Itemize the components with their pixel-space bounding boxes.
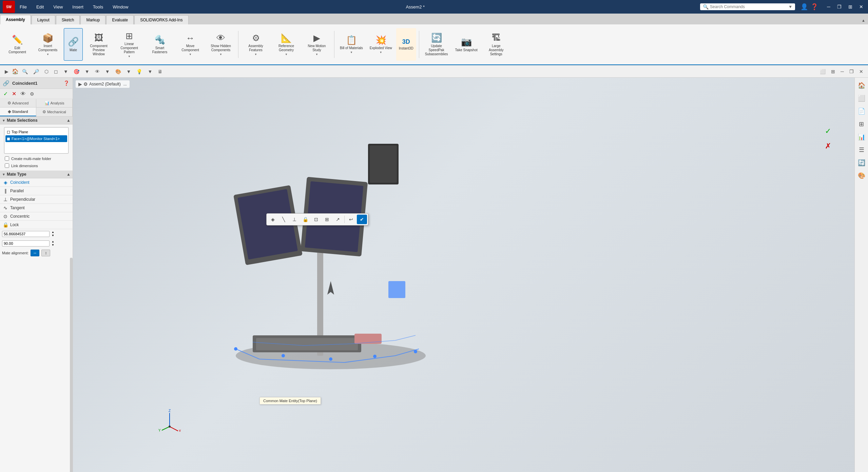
tab-standard[interactable]: ◈ Standard	[0, 107, 36, 116]
mate-type-coincident[interactable]: ◈ Coincident	[0, 178, 73, 187]
mate-tool-ok[interactable]: ✔	[357, 215, 367, 224]
tab-sketch[interactable]: Sketch	[56, 15, 80, 24]
mate-tool-angle[interactable]: ↗	[333, 215, 343, 224]
ribbon-exploded-view[interactable]: 💥 Exploded View ▼	[367, 28, 395, 61]
reject-button[interactable]: ✕	[11, 90, 18, 98]
confirm-reject-button[interactable]: ✗	[822, 140, 834, 152]
right-home-icon[interactable]: 🏠	[856, 80, 867, 91]
linear-component-pattern-dropdown[interactable]: ▼	[128, 55, 131, 58]
mate-type-collapse[interactable]: ▲	[66, 172, 71, 177]
ribbon-new-motion-study[interactable]: ▶ New Motion Study ▼	[302, 28, 331, 61]
ribbon-instant3d[interactable]: 3D Instant3D	[396, 28, 416, 61]
display-style-button[interactable]: 🎯	[72, 68, 81, 75]
mate-tool-lock[interactable]: 🔒	[300, 215, 310, 224]
exploded-view-dropdown[interactable]: ▼	[380, 51, 382, 54]
mate-type-tangent[interactable]: ∿ Tangent	[0, 204, 73, 212]
menu-edit[interactable]: Edit	[34, 4, 46, 10]
ribbon-large-assembly-settings[interactable]: 🏗 Large Assembly Settings	[482, 28, 511, 61]
tab-analysis[interactable]: 📊 Analysis	[36, 99, 73, 107]
close-view-button[interactable]: ✕	[857, 68, 865, 75]
selection-face[interactable]: ◼ Face<1>@Monitor Stand<1>	[5, 135, 67, 142]
view-orientation-dropdown[interactable]: ▼	[61, 68, 70, 75]
view-settings-button[interactable]: 🖥	[156, 68, 165, 75]
help-icon[interactable]: ❓	[811, 3, 818, 11]
reference-geometry-dropdown[interactable]: ▼	[285, 53, 288, 56]
ribbon-component-preview[interactable]: 🖼 Component Preview Window	[84, 28, 113, 61]
bill-of-materials-dropdown[interactable]: ▼	[350, 51, 353, 54]
mate-selections-header[interactable]: ▼ Mate Selections ▲	[0, 117, 73, 124]
accept-button[interactable]: ✓	[2, 90, 9, 98]
mate-type-header[interactable]: ▼ Mate Type ▲	[0, 171, 73, 178]
maximize-button[interactable]: ⊞	[846, 3, 854, 10]
right-page-icon[interactable]: 📄	[856, 105, 867, 117]
tab-markup[interactable]: Markup	[80, 15, 105, 24]
hide-show-dropdown[interactable]: ▼	[103, 68, 112, 75]
search-dropdown-icon[interactable]: ▼	[788, 4, 792, 9]
restore-button[interactable]: ❐	[835, 3, 844, 10]
right-layers-icon[interactable]: ⬜	[856, 93, 867, 104]
mate-type-lock[interactable]: 🔒 Lock	[0, 221, 73, 229]
move-component-dropdown[interactable]: ▼	[189, 53, 192, 56]
ribbon-move-component[interactable]: ↔ Move Component ▼	[176, 28, 205, 61]
tab-advanced[interactable]: ⚙ Advanced	[0, 99, 36, 107]
close-button[interactable]: ✕	[857, 3, 865, 10]
menu-tools[interactable]: Tools	[91, 4, 105, 10]
zoom-fit-button[interactable]: 🔎	[31, 68, 41, 75]
mate-selections-collapse[interactable]: ▲	[66, 118, 71, 123]
panel-help-button[interactable]: ❓	[63, 80, 70, 86]
tab-evaluate[interactable]: Evaluate	[106, 15, 134, 24]
mate-tool-flip[interactable]: ↩	[346, 215, 356, 224]
mate-tool-perpendicular[interactable]: ⊥	[289, 215, 300, 224]
search-area[interactable]: 🔍 ▼	[700, 3, 795, 10]
insert-components-dropdown[interactable]: ▼	[46, 53, 49, 56]
viewport[interactable]: ▶ ⚙ Assem2 (Default) ...	[73, 78, 854, 472]
angle-up-button[interactable]: ▲	[51, 240, 55, 243]
apply-scene-dropdown[interactable]: ▼	[146, 68, 154, 75]
right-chart-icon[interactable]: 📊	[856, 131, 867, 143]
ribbon-bill-of-materials[interactable]: 📋 Bill of Materials ▼	[337, 28, 366, 61]
expanded-view-button[interactable]: ⊞	[829, 68, 837, 75]
menu-window[interactable]: Window	[111, 4, 130, 10]
angle-input[interactable]	[2, 240, 50, 247]
tab-assembly[interactable]: Assembly	[0, 15, 31, 24]
apply-scene-button[interactable]: 💡	[134, 68, 144, 75]
ribbon-expand-button[interactable]: ▲	[859, 16, 868, 24]
tab-layout[interactable]: Layout	[32, 15, 55, 24]
ribbon-linear-component-pattern[interactable]: ⊞ Linear Component Pattern ▼	[115, 28, 144, 61]
search-input[interactable]	[710, 4, 787, 9]
panel-scrollbar[interactable]	[70, 258, 73, 472]
confirm-accept-button[interactable]: ✓	[822, 125, 834, 137]
edit-appearance-dropdown[interactable]: ▼	[124, 68, 133, 75]
ribbon-assembly-features[interactable]: ⚙ Assembly Features ▼	[241, 28, 270, 61]
menu-file[interactable]: File	[18, 4, 29, 10]
align-option-2[interactable]: ↕	[41, 250, 50, 256]
distance-up-button[interactable]: ▲	[51, 231, 55, 234]
ribbon-insert-components[interactable]: 📦 Insert Components ▼	[33, 28, 62, 61]
display-style-dropdown[interactable]: ▼	[83, 68, 92, 75]
link-dimensions-checkbox[interactable]	[5, 163, 9, 168]
menu-insert[interactable]: Insert	[70, 4, 85, 10]
distance-input[interactable]	[2, 231, 50, 237]
options-button[interactable]: ⚙	[28, 91, 36, 97]
minimize-button[interactable]: ─	[825, 3, 832, 10]
zoom-area-button[interactable]: 🔍	[20, 68, 30, 75]
hide-show-button[interactable]: 👁	[93, 68, 102, 75]
mate-type-perpendicular[interactable]: ⊥ Perpendicular	[0, 195, 73, 204]
section-view-button[interactable]: ⬡	[42, 68, 51, 75]
mate-type-concentric[interactable]: ⊙ Concentric	[0, 212, 73, 221]
ribbon-show-hidden[interactable]: 👁 Show Hidden Components ▼	[206, 28, 235, 61]
right-palette-icon[interactable]: 🎨	[856, 170, 867, 181]
menu-view[interactable]: View	[51, 4, 65, 10]
normal-view-button[interactable]: ⬜	[818, 68, 828, 75]
assembly-features-dropdown[interactable]: ▼	[254, 53, 257, 56]
ribbon-smart-fasteners[interactable]: 🔩 Smart Fasteners	[145, 28, 174, 61]
user-icon[interactable]: 👤	[801, 3, 808, 11]
ribbon-mate[interactable]: 🔗 Mate	[64, 28, 83, 61]
view-orientation-button[interactable]: ◻	[52, 68, 60, 75]
minimize-view-button[interactable]: ─	[838, 68, 846, 75]
edit-appearance-button[interactable]: 🎨	[113, 68, 123, 75]
nav-arrow-icon[interactable]: ▶	[3, 68, 11, 75]
right-grid-icon[interactable]: ⊞	[856, 118, 867, 130]
mate-tool-hinge[interactable]: ⊡	[311, 215, 321, 224]
right-refresh-icon[interactable]: 🔄	[856, 157, 867, 169]
